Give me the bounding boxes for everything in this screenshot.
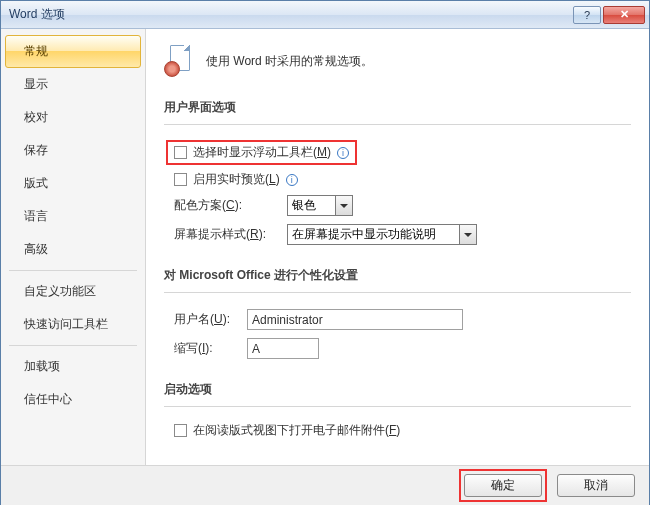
row-username: 用户名(U): (164, 305, 631, 334)
highlight-box: 确定 (459, 469, 547, 502)
row-color-scheme: 配色方案(C): 银色 (164, 191, 631, 220)
ok-button[interactable]: 确定 (464, 474, 542, 497)
section-title-startup: 启动选项 (164, 377, 631, 407)
initials-label: 缩写(I): (174, 340, 239, 357)
window-title: Word 选项 (9, 6, 573, 23)
sidebar-item-save[interactable]: 保存 (5, 134, 141, 167)
row-screentip: 屏幕提示样式(R): 在屏幕提示中显示功能说明 (164, 220, 631, 249)
page-header: 使用 Word 时采用的常规选项。 (164, 45, 631, 77)
sidebar-item-advanced[interactable]: 高级 (5, 233, 141, 266)
help-button[interactable]: ? (573, 6, 601, 24)
options-icon (164, 45, 196, 77)
sidebar: 常规 显示 校对 保存 版式 语言 高级 自定义功能区 快速访问工具栏 加载项 … (1, 29, 146, 465)
dialog-body: 常规 显示 校对 保存 版式 语言 高级 自定义功能区 快速访问工具栏 加载项 … (1, 29, 649, 465)
reading-layout-label: 在阅读版式视图下打开电子邮件附件(F) (193, 422, 400, 439)
reading-layout-checkbox[interactable] (174, 424, 187, 437)
cancel-button[interactable]: 取消 (557, 474, 635, 497)
row-initials: 缩写(I): (164, 334, 631, 363)
sidebar-separator (9, 270, 137, 271)
mini-toolbar-checkbox[interactable] (174, 146, 187, 159)
row-live-preview: 启用实时预览(L) i (164, 168, 631, 191)
chevron-down-icon (459, 225, 476, 244)
sidebar-item-layout[interactable]: 版式 (5, 167, 141, 200)
color-scheme-label: 配色方案(C): (174, 197, 279, 214)
sidebar-separator (9, 345, 137, 346)
row-mini-toolbar: 选择时显示浮动工具栏(M) i (164, 137, 631, 168)
live-preview-checkbox[interactable] (174, 173, 187, 186)
sidebar-item-language[interactable]: 语言 (5, 200, 141, 233)
row-reading-layout: 在阅读版式视图下打开电子邮件附件(F) (164, 419, 631, 442)
color-scheme-select[interactable]: 银色 (287, 195, 353, 216)
color-scheme-value: 银色 (292, 197, 335, 214)
initials-input[interactable] (247, 338, 319, 359)
screentip-label: 屏幕提示样式(R): (174, 226, 279, 243)
username-label: 用户名(U): (174, 311, 239, 328)
window-controls: ? ✕ (573, 6, 645, 24)
sidebar-item-general[interactable]: 常规 (5, 35, 141, 68)
close-button[interactable]: ✕ (603, 6, 645, 24)
chevron-down-icon (335, 196, 352, 215)
mini-toolbar-label: 选择时显示浮动工具栏(M) (193, 144, 331, 161)
username-input[interactable] (247, 309, 463, 330)
info-icon[interactable]: i (286, 174, 298, 186)
section-title-personalize: 对 Microsoft Office 进行个性化设置 (164, 263, 631, 293)
screentip-select[interactable]: 在屏幕提示中显示功能说明 (287, 224, 477, 245)
sidebar-item-display[interactable]: 显示 (5, 68, 141, 101)
screentip-value: 在屏幕提示中显示功能说明 (292, 226, 459, 243)
live-preview-label: 启用实时预览(L) (193, 171, 280, 188)
info-icon[interactable]: i (337, 147, 349, 159)
dialog-footer: 确定 取消 (1, 465, 649, 505)
sidebar-item-proofing[interactable]: 校对 (5, 101, 141, 134)
sidebar-item-customize-ribbon[interactable]: 自定义功能区 (5, 275, 141, 308)
dialog-window: Word 选项 ? ✕ 常规 显示 校对 保存 版式 语言 高级 自定义功能区 … (0, 0, 650, 505)
page-subtitle: 使用 Word 时采用的常规选项。 (206, 53, 373, 70)
sidebar-item-quick-access[interactable]: 快速访问工具栏 (5, 308, 141, 341)
sidebar-item-addins[interactable]: 加载项 (5, 350, 141, 383)
titlebar: Word 选项 ? ✕ (1, 1, 649, 29)
section-title-ui: 用户界面选项 (164, 95, 631, 125)
content-panel: 使用 Word 时采用的常规选项。 用户界面选项 选择时显示浮动工具栏(M) i… (146, 29, 649, 465)
sidebar-item-trust-center[interactable]: 信任中心 (5, 383, 141, 416)
highlight-box: 选择时显示浮动工具栏(M) i (166, 140, 357, 165)
